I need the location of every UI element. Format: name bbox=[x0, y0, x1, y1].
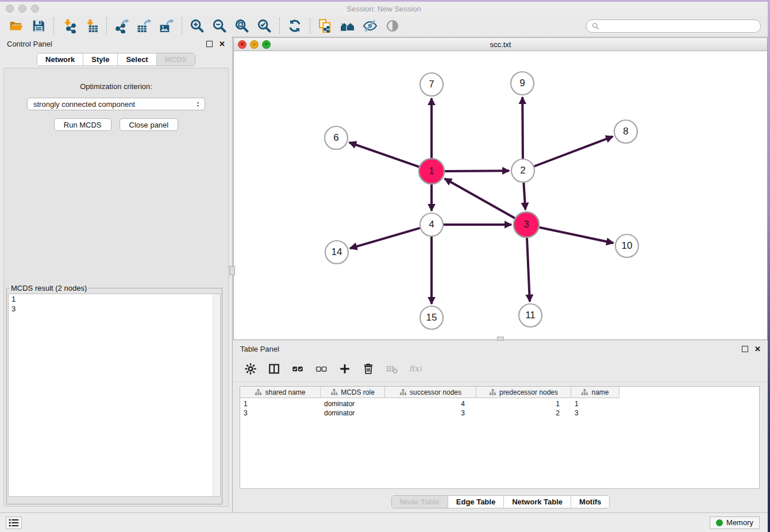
column-header-mcds-role[interactable]: MCDS role bbox=[321, 387, 385, 398]
node-table-rows: 1dominator4113dominator323 bbox=[240, 398, 759, 418]
column-header-predecessor-nodes[interactable]: predecessor nodes bbox=[476, 387, 571, 398]
table-row[interactable]: 3dominator323 bbox=[240, 408, 759, 418]
settings-button[interactable] bbox=[244, 362, 257, 376]
close-table-panel-icon[interactable]: ✕ bbox=[754, 345, 761, 353]
import-network-button[interactable] bbox=[60, 17, 78, 34]
run-mcds-button[interactable]: Run MCDS bbox=[54, 118, 111, 131]
tab-edge-table[interactable]: Edge Table bbox=[448, 496, 503, 508]
function-button: f(x) bbox=[409, 362, 422, 376]
node-6[interactable]: 6 bbox=[325, 126, 348, 149]
columns-icon bbox=[268, 363, 280, 375]
memory-button[interactable]: Memory bbox=[710, 516, 760, 529]
open-button[interactable] bbox=[7, 17, 25, 34]
export-image-button[interactable] bbox=[158, 17, 175, 34]
home-button[interactable] bbox=[339, 17, 356, 34]
panel-divider-handle[interactable] bbox=[229, 266, 235, 275]
edge-3-11[interactable] bbox=[527, 238, 530, 302]
mcds-result-list[interactable]: 13 bbox=[8, 294, 221, 497]
zoom-out-icon bbox=[212, 18, 227, 33]
edge-1-2[interactable] bbox=[445, 171, 509, 171]
tab-node-table[interactable]: Node Table bbox=[392, 496, 448, 508]
toolbar-group bbox=[55, 17, 105, 34]
clone-network-icon bbox=[318, 18, 333, 33]
cell-predecessor-nodes: 1 bbox=[476, 400, 571, 408]
result-line: 3 bbox=[9, 304, 220, 314]
add-row-button[interactable] bbox=[338, 362, 352, 376]
import-table-button[interactable] bbox=[83, 17, 100, 34]
node-4[interactable]: 4 bbox=[420, 213, 443, 236]
zoom-in-button[interactable] bbox=[188, 17, 206, 34]
tab-style[interactable]: Style bbox=[83, 53, 117, 65]
column-header-name[interactable]: name bbox=[571, 387, 619, 398]
tab-network[interactable]: Network bbox=[37, 53, 83, 65]
node-3[interactable]: 3 bbox=[514, 212, 539, 237]
columns-button[interactable] bbox=[267, 362, 281, 376]
node-11[interactable]: 11 bbox=[519, 304, 542, 327]
tree-icon bbox=[399, 388, 407, 396]
zoom-out-button[interactable] bbox=[211, 17, 228, 34]
edge-1-6[interactable] bbox=[349, 142, 419, 167]
cell-mcds-role: dominator bbox=[321, 400, 385, 408]
close-panel-button[interactable]: Close panel bbox=[120, 118, 179, 131]
control-panel-title: Control Panel bbox=[7, 40, 52, 48]
node-9[interactable]: 9 bbox=[511, 72, 534, 95]
unselect-all-button[interactable] bbox=[314, 362, 328, 376]
float-table-panel-icon[interactable] bbox=[742, 346, 748, 352]
delete-row-button[interactable] bbox=[361, 362, 375, 376]
node-2[interactable]: 2 bbox=[511, 159, 534, 182]
edge-3-1[interactable] bbox=[445, 179, 515, 218]
tab-mcds[interactable]: MCDS bbox=[156, 53, 195, 65]
tab-select[interactable]: Select bbox=[117, 53, 156, 65]
mcds-buttons: Run MCDS Close panel bbox=[4, 118, 228, 131]
select-all-button[interactable] bbox=[291, 362, 305, 376]
close-panel-icon[interactable]: ✕ bbox=[219, 40, 225, 48]
node-label: 11 bbox=[525, 310, 536, 321]
column-header-successor-nodes[interactable]: successor nodes bbox=[385, 387, 476, 398]
task-history-button[interactable] bbox=[6, 516, 22, 529]
node-15[interactable]: 15 bbox=[420, 306, 443, 329]
tab-network-table[interactable]: Network Table bbox=[503, 496, 571, 508]
result-scrollbar[interactable] bbox=[213, 294, 220, 496]
node-label: 4 bbox=[429, 219, 434, 230]
node-8[interactable]: 8 bbox=[614, 120, 637, 143]
eye-disabled-icon bbox=[385, 18, 400, 33]
delete-table-button bbox=[385, 362, 399, 376]
tab-motifs[interactable]: Motifs bbox=[571, 496, 609, 508]
hide-details-button[interactable] bbox=[361, 17, 379, 34]
table-panel-header: Table Panel ✕ bbox=[233, 341, 768, 356]
network-canvas[interactable]: 7968124314101511 bbox=[234, 51, 767, 340]
zoom-selected-button[interactable] bbox=[256, 17, 273, 34]
table-row[interactable]: 1dominator411 bbox=[240, 399, 759, 408]
node-7[interactable]: 7 bbox=[420, 73, 443, 96]
node-14[interactable]: 14 bbox=[325, 241, 348, 264]
node-table-header: shared nameMCDS rolesuccessor nodesprede… bbox=[240, 387, 759, 398]
float-panel-icon[interactable] bbox=[206, 41, 213, 47]
edge-2-9[interactable] bbox=[522, 97, 523, 159]
optimization-select[interactable]: strongly connected component bbox=[27, 98, 205, 110]
node-10[interactable]: 10 bbox=[615, 234, 638, 257]
toolbar-separator bbox=[53, 18, 54, 34]
edge-3-10[interactable] bbox=[540, 228, 614, 243]
column-label: MCDS role bbox=[341, 388, 375, 396]
main-toolbar bbox=[0, 16, 768, 37]
zoom-fit-button[interactable] bbox=[233, 17, 251, 34]
column-header-shared-name[interactable]: shared name bbox=[240, 387, 321, 398]
edge-2-8[interactable] bbox=[534, 137, 613, 167]
eye-disabled-button[interactable] bbox=[384, 17, 401, 34]
save-button[interactable] bbox=[30, 17, 47, 34]
frame-resize-handle[interactable] bbox=[497, 337, 504, 341]
tree-icon bbox=[489, 388, 496, 396]
export-network-button[interactable] bbox=[113, 17, 130, 34]
edge-4-14[interactable] bbox=[350, 228, 420, 248]
edge-2-3[interactable] bbox=[523, 183, 525, 210]
table-tabs-group: Node TableEdge TableNetwork TableMotifs bbox=[391, 495, 610, 508]
window-titlebar: Session: New Session bbox=[0, 2, 768, 16]
search-box[interactable] bbox=[586, 20, 761, 33]
export-table-button[interactable] bbox=[136, 17, 153, 34]
node-1[interactable]: 1 bbox=[419, 159, 444, 184]
cell-name: 3 bbox=[571, 409, 619, 417]
search-input[interactable] bbox=[603, 21, 756, 31]
zoom-selected-icon bbox=[257, 18, 272, 33]
refresh-button[interactable] bbox=[286, 17, 303, 34]
clone-network-button[interactable] bbox=[317, 17, 334, 34]
